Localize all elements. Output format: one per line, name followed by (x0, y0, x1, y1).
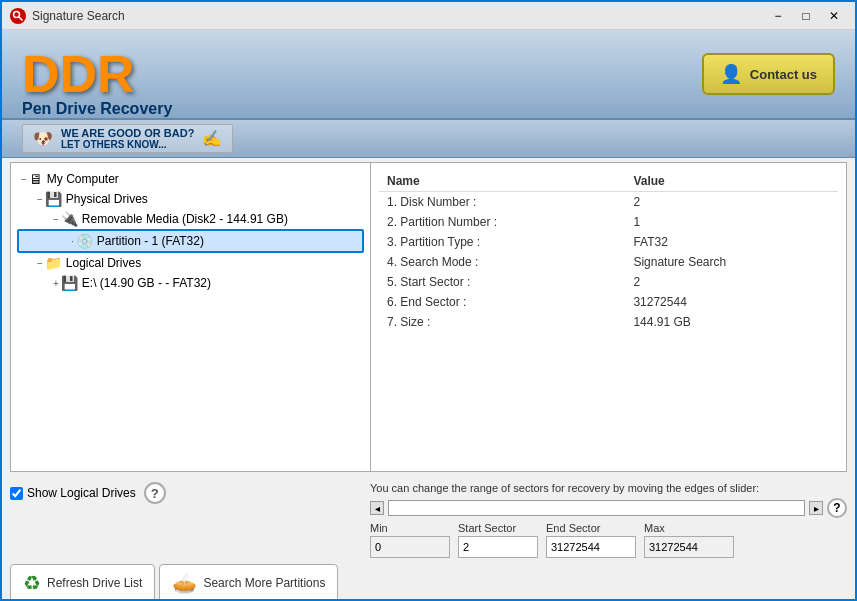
expand-icon: − (37, 194, 43, 205)
tree-node-label: Partition - 1 (FAT32) (97, 234, 204, 248)
sector-fields: Min Start Sector End Sector Max (370, 522, 847, 558)
slider-track: ◂ ▸ ? (370, 498, 847, 518)
tree-node-label: My Computer (47, 172, 119, 186)
app-title: Pen Drive Recovery (22, 100, 172, 118)
titlebar-left: Signature Search (10, 8, 125, 24)
tree-item[interactable]: −💾Physical Drives (17, 189, 364, 209)
property-name: 1. Disk Number : (379, 192, 625, 213)
window-controls: − □ ✕ (765, 6, 847, 26)
tree-panel: −🖥My Computer−💾Physical Drives−🔌Removabl… (11, 163, 371, 471)
start-sector-group: Start Sector (458, 522, 538, 558)
help-button[interactable]: ? (144, 482, 166, 504)
tree-item[interactable]: +💾E:\ (14.90 GB - - FAT32) (17, 273, 364, 293)
col-value: Value (625, 171, 838, 192)
min-input[interactable] (370, 536, 450, 558)
property-row: 5. Start Sector :2 (379, 272, 838, 292)
property-value: 2 (625, 272, 838, 292)
expand-icon: − (37, 258, 43, 269)
properties-table: Name Value 1. Disk Number :22. Partition… (379, 171, 838, 332)
property-row: 6. End Sector :31272544 (379, 292, 838, 312)
min-group: Min (370, 522, 450, 558)
contact-icon: 👤 (720, 63, 742, 85)
slider-bar[interactable] (388, 500, 805, 516)
banner-inner: 🐶 WE ARE GOOD OR BAD? LET OTHERS KNOW...… (22, 124, 233, 153)
property-value: 1 (625, 212, 838, 232)
refresh-icon: ♻ (23, 571, 41, 595)
search-partitions-button[interactable]: 🥧 Search More Partitions (159, 564, 338, 601)
tree-node-label: Removable Media (Disk2 - 144.91 GB) (82, 212, 288, 226)
slider-right-arrow[interactable]: ▸ (809, 501, 823, 515)
show-logical-checkbox[interactable] (10, 487, 23, 500)
property-name: 4. Search Mode : (379, 252, 625, 272)
tree-node-label: Physical Drives (66, 192, 148, 206)
contact-label: Contact us (750, 67, 817, 82)
tree-node-icon: 💿 (76, 233, 93, 249)
end-sector-group: End Sector (546, 522, 636, 558)
tree-item[interactable]: ·💿Partition - 1 (FAT32) (17, 229, 364, 253)
minimize-button[interactable]: − (765, 6, 791, 26)
search-icon: 🥧 (172, 571, 197, 595)
banner-icon2: ✍ (202, 129, 222, 148)
action-buttons-row: ♻ Refresh Drive List 🥧 Search More Parti… (2, 564, 362, 601)
banner-icon: 🐶 (33, 129, 53, 148)
property-name: 3. Partition Type : (379, 232, 625, 252)
slider-left-arrow[interactable]: ◂ (370, 501, 384, 515)
banner: 🐶 WE ARE GOOD OR BAD? LET OTHERS KNOW...… (2, 120, 855, 158)
window-title: Signature Search (32, 9, 125, 23)
right-panel-bottom: You can change the range of sectors for … (362, 476, 855, 564)
left-panel-bottom: Show Logical Drives ? (2, 476, 362, 510)
property-value: Signature Search (625, 252, 838, 272)
tree-node-icon: 🖥 (29, 171, 43, 187)
expand-icon: · (71, 236, 74, 247)
col-name: Name (379, 171, 625, 192)
property-name: 2. Partition Number : (379, 212, 625, 232)
property-value: FAT32 (625, 232, 838, 252)
close-button[interactable]: ✕ (821, 6, 847, 26)
contact-button[interactable]: 👤 Contact us (702, 53, 835, 95)
slider-help-button[interactable]: ? (827, 498, 847, 518)
show-logical-label[interactable]: Show Logical Drives (10, 486, 136, 500)
max-group: Max (644, 522, 734, 558)
property-row: 3. Partition Type :FAT32 (379, 232, 838, 252)
tree-node-label: Logical Drives (66, 256, 141, 270)
min-label: Min (370, 522, 450, 534)
tree-node-icon: 🔌 (61, 211, 78, 227)
property-name: 6. End Sector : (379, 292, 625, 312)
app-icon (10, 8, 26, 24)
refresh-label: Refresh Drive List (47, 576, 142, 590)
tree-item[interactable]: −📁Logical Drives (17, 253, 364, 273)
properties-body: 1. Disk Number :22. Partition Number :13… (379, 192, 838, 333)
property-row: 1. Disk Number :2 (379, 192, 838, 213)
titlebar: Signature Search − □ ✕ (2, 2, 855, 30)
property-value: 31272544 (625, 292, 838, 312)
tree-container: −🖥My Computer−💾Physical Drives−🔌Removabl… (17, 169, 364, 293)
tree-item[interactable]: −🔌Removable Media (Disk2 - 144.91 GB) (17, 209, 364, 229)
search-label: Search More Partitions (203, 576, 325, 590)
maximize-button[interactable]: □ (793, 6, 819, 26)
end-sector-label: End Sector (546, 522, 636, 534)
tree-item[interactable]: −🖥My Computer (17, 169, 364, 189)
max-label: Max (644, 522, 734, 534)
property-value: 144.91 GB (625, 312, 838, 332)
tree-node-icon: 💾 (61, 275, 78, 291)
expand-icon: − (53, 214, 59, 225)
expand-icon: + (53, 278, 59, 289)
header: DDR 👤 Contact us Pen Drive Recovery (2, 30, 855, 120)
slider-label: You can change the range of sectors for … (370, 482, 847, 494)
logo: DDR (22, 48, 135, 100)
svg-line-1 (19, 16, 23, 20)
refresh-drive-button[interactable]: ♻ Refresh Drive List (10, 564, 155, 601)
max-input[interactable] (644, 536, 734, 558)
property-row: 2. Partition Number :1 (379, 212, 838, 232)
start-sector-input[interactable] (458, 536, 538, 558)
tree-node-icon: 📁 (45, 255, 62, 271)
bottom-controls-row: Show Logical Drives ? You can change the… (2, 476, 855, 564)
property-name: 7. Size : (379, 312, 625, 332)
end-sector-input[interactable] (546, 536, 636, 558)
tree-node-icon: 💾 (45, 191, 62, 207)
banner-line2: LET OTHERS KNOW... (61, 139, 194, 150)
start-sector-label: Start Sector (458, 522, 538, 534)
property-value: 2 (625, 192, 838, 213)
content-area: −🖥My Computer−💾Physical Drives−🔌Removabl… (10, 162, 847, 472)
property-row: 4. Search Mode :Signature Search (379, 252, 838, 272)
